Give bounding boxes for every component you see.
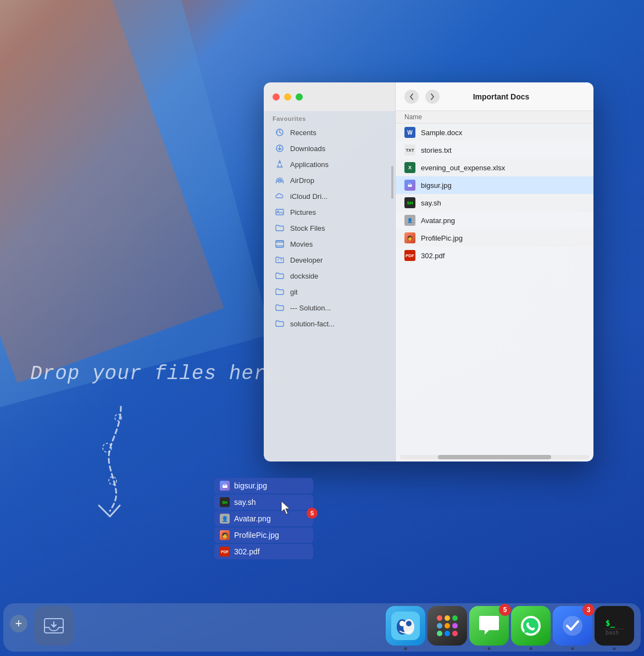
- pdf-file-icon: PDF: [404, 250, 415, 261]
- finder-main: Important Docs Name W Sample.docx TXT st…: [396, 82, 593, 462]
- pictures-icon: [275, 207, 285, 217]
- applications-icon: [275, 159, 285, 169]
- file-name-evening-xlsx: evening_out_expense.xlsx: [421, 164, 505, 172]
- sidebar-item-downloads-label: Downloads: [290, 144, 325, 153]
- sidebar-item-airdrop[interactable]: AirDrop: [266, 173, 393, 188]
- file-name-say-sh: say.sh: [421, 199, 441, 207]
- sidebar-item-recents[interactable]: Recents: [266, 125, 393, 140]
- txt-file-icon: TXT: [404, 144, 415, 155]
- sidebar-scrollbar[interactable]: [391, 155, 394, 451]
- file-item-avatar-png[interactable]: 👤 Avatar.png: [396, 212, 593, 229]
- dockside-folder-icon: [275, 271, 285, 281]
- dock-items-right: 5 3: [386, 606, 639, 651]
- sidebar-item-developer[interactable]: Developer: [266, 252, 393, 268]
- dock-item-launchpad[interactable]: [428, 606, 467, 646]
- close-button[interactable]: [273, 93, 280, 101]
- file-name-bigsur-jpg: bigsur.jpg: [421, 181, 452, 190]
- sidebar-item-downloads[interactable]: Downloads: [266, 141, 393, 156]
- sidebar-item-icloud[interactable]: iCloud Dri...: [266, 188, 393, 204]
- sidebar-item-applications[interactable]: Applications: [266, 157, 393, 172]
- recents-icon: [275, 127, 285, 137]
- file-item-evening-xlsx[interactable]: X evening_out_expense.xlsx: [396, 159, 593, 176]
- file-item-say-sh[interactable]: SH say.sh: [396, 194, 593, 212]
- svg-point-28: [452, 623, 458, 629]
- minimize-button[interactable]: [284, 93, 291, 101]
- solution-folder-icon: [275, 303, 285, 313]
- ticktick-dock-dot: [571, 647, 574, 650]
- svg-point-23: [437, 615, 442, 621]
- svg-point-33: [563, 616, 582, 636]
- file-list-header: Name: [396, 111, 593, 124]
- file-name-profilepic-jpg: ProfilePic.jpg: [421, 234, 463, 242]
- file-item-stories-txt[interactable]: TXT stories.txt: [396, 141, 593, 159]
- sidebar-item-solution-label: --- Solution...: [290, 304, 331, 312]
- dragging-file-bigsur: 🏔 bigsur.jpg: [214, 478, 313, 493]
- dock-add-space-button[interactable]: +: [10, 615, 27, 632]
- dragging-file-avatar-label: Avatar.png: [234, 514, 271, 523]
- dock-item-whatsapp[interactable]: [511, 606, 551, 646]
- sidebar-item-movies-label: Movies: [290, 240, 313, 248]
- file-name-stories-txt: stories.txt: [421, 146, 452, 154]
- svg-text:$_: $_: [606, 619, 615, 628]
- dock-item-finder[interactable]: [386, 606, 425, 646]
- terminal-dock-dot: [613, 647, 616, 650]
- svg-point-31: [452, 631, 458, 636]
- sidebar-item-applications-label: Applications: [290, 160, 329, 169]
- sidebar-item-stockfiles[interactable]: Stock Files: [266, 220, 393, 236]
- dock: +: [0, 601, 644, 656]
- finder-window-title: Important Docs: [446, 92, 556, 101]
- file-name-sample-docx: Sample.docx: [421, 129, 462, 137]
- file-item-bigsur-jpg[interactable]: 🏔 bigsur.jpg: [396, 176, 593, 194]
- sidebar-item-solution-fact[interactable]: solution-fact...: [266, 316, 393, 331]
- finder-toolbar: Important Docs: [396, 82, 593, 111]
- finder-scrollbar-thumb: [438, 455, 551, 459]
- svg-rect-13: [276, 246, 284, 247]
- bigsur-img-icon: 🏔: [404, 180, 415, 191]
- sidebar-item-solution[interactable]: --- Solution...: [266, 300, 393, 315]
- messages-badge: 5: [499, 604, 511, 616]
- sidebar-item-dockside[interactable]: dockside: [266, 268, 393, 283]
- sidebar-item-git-label: git: [290, 288, 298, 296]
- back-button[interactable]: [404, 90, 419, 104]
- file-item-302-pdf[interactable]: PDF 302.pdf: [396, 247, 593, 264]
- git-folder-icon: [275, 287, 285, 297]
- dock-item-messages[interactable]: 5: [469, 606, 509, 646]
- dock-items-left: +: [5, 606, 386, 651]
- dock-inbox-item[interactable]: [34, 606, 74, 646]
- whatsapp-dock-dot: [530, 647, 532, 650]
- dock-item-terminal[interactable]: $_ bash: [595, 606, 634, 646]
- dragging-file-302pdf-label: 302.pdf: [234, 547, 260, 556]
- developer-icon: [275, 255, 285, 265]
- dragging-profilepic-icon: 🧑: [220, 530, 230, 540]
- sidebar-item-recents-label: Recents: [290, 129, 317, 137]
- dock-item-ticktick[interactable]: 3: [553, 606, 592, 646]
- svg-point-27: [445, 623, 450, 629]
- file-item-sample-docx[interactable]: W Sample.docx: [396, 124, 593, 141]
- finder-horizontal-scrollbar[interactable]: [400, 455, 589, 459]
- downloads-icon: [275, 143, 285, 153]
- dragging-saysh-icon: SH: [220, 497, 230, 507]
- icloud-icon: [275, 191, 285, 201]
- dragging-files-stack: 🏔 bigsur.jpg SH say.sh 👤 Avatar.png 5 🧑 …: [214, 478, 313, 559]
- file-item-profilepic-jpg[interactable]: 🧑 ProfilePic.jpg: [396, 229, 593, 247]
- messages-dock-dot: [488, 647, 491, 650]
- drop-zone-arrow: [77, 401, 143, 524]
- sidebar-item-dockside-label: dockside: [290, 272, 318, 280]
- sidebar-item-pictures[interactable]: Pictures: [266, 204, 393, 220]
- excel-file-icon: X: [404, 162, 415, 173]
- file-name-avatar-png: Avatar.png: [421, 216, 455, 225]
- svg-point-22: [406, 621, 412, 626]
- sidebar-item-pictures-label: Pictures: [290, 208, 316, 216]
- forward-button[interactable]: [425, 90, 440, 104]
- svg-point-30: [445, 631, 450, 636]
- dragging-files-count-badge: 5: [307, 508, 318, 519]
- sidebar-item-movies[interactable]: Movies: [266, 236, 393, 252]
- zoom-button[interactable]: [296, 93, 303, 101]
- finder-sidebar: Favourites Recents: [264, 82, 396, 462]
- sidebar-item-developer-label: Developer: [290, 256, 323, 264]
- dragging-file-profilepic-label: ProfilePic.jpg: [234, 531, 279, 540]
- dragging-file-avatar: 👤 Avatar.png 5: [214, 511, 313, 526]
- avatar-img-icon: 👤: [404, 215, 415, 226]
- sidebar-item-git[interactable]: git: [266, 284, 393, 299]
- ticktick-badge: 3: [582, 604, 595, 616]
